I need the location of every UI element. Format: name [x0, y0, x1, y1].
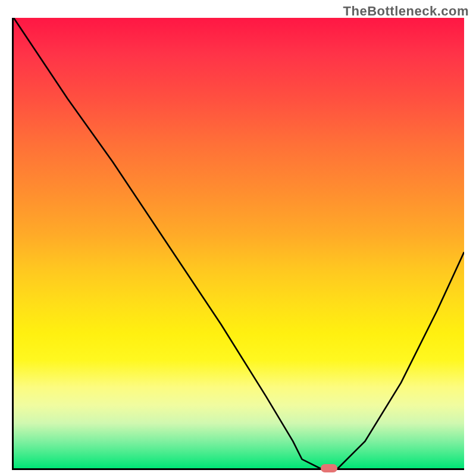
optimal-point-marker: [321, 464, 337, 472]
chart-plot-area: [12, 18, 464, 470]
watermark-text: TheBottleneck.com: [343, 4, 469, 19]
curve-path: [14, 18, 464, 468]
bottleneck-curve: [14, 18, 464, 468]
